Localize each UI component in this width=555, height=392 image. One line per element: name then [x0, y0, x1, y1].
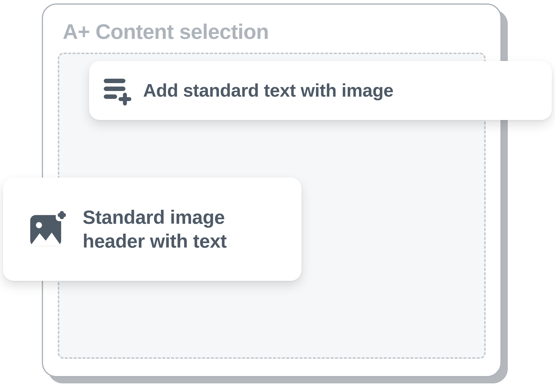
- image-with-plus-icon: [28, 209, 68, 249]
- card-label: Add standard text with image: [143, 80, 393, 102]
- text-with-plus-icon: [104, 78, 131, 103]
- svg-rect-5: [58, 213, 66, 217]
- card-label: Standard image header with text: [83, 205, 287, 253]
- svg-point-2: [36, 222, 42, 228]
- add-standard-text-with-image-card[interactable]: Add standard text with image: [89, 61, 552, 120]
- standard-image-header-with-text-card[interactable]: Standard image header with text: [3, 178, 301, 281]
- panel-title: A+ Content selection: [63, 19, 269, 44]
